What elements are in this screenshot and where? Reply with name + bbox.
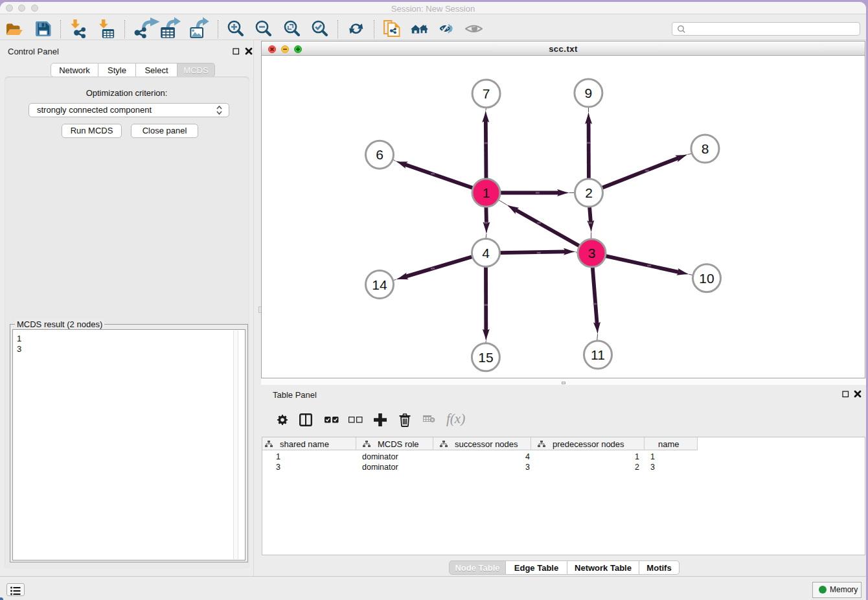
svg-text:3: 3	[588, 246, 596, 260]
svg-text:10: 10	[699, 271, 714, 286]
svg-text:7: 7	[483, 86, 490, 101]
svg-text:14: 14	[372, 277, 387, 292]
svg-text:9: 9	[585, 86, 593, 100]
svg-text:11: 11	[591, 347, 605, 362]
svg-text:6: 6	[376, 147, 383, 162]
svg-text:f(x): f(x)	[446, 413, 465, 426]
svg-text:2: 2	[585, 185, 593, 200]
svg-text:4: 4	[482, 246, 490, 260]
svg-text:15: 15	[478, 350, 493, 365]
svg-text:8: 8	[702, 141, 709, 156]
svg-text:1: 1	[483, 185, 490, 200]
